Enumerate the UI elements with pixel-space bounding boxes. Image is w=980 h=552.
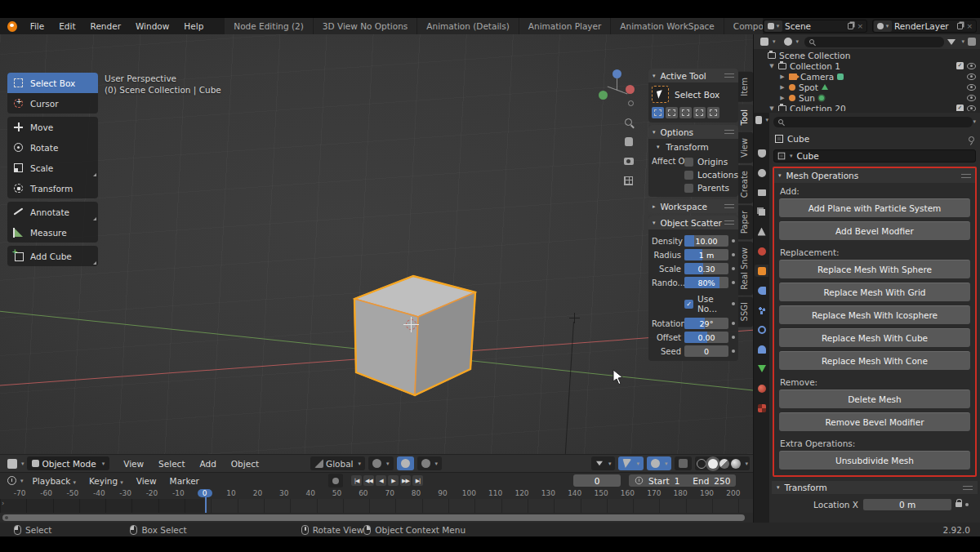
proportional-falloff-dropdown[interactable]: ▾: [417, 456, 443, 470]
pin-icon[interactable]: [969, 136, 974, 142]
xray-toggle[interactable]: [675, 456, 692, 470]
scene-icon[interactable]: ▾: [764, 20, 782, 32]
options-header[interactable]: ▾Options: [648, 125, 738, 139]
camera-view-icon[interactable]: [622, 155, 635, 167]
sidebar-tab[interactable]: Item: [738, 72, 753, 102]
location-x-field[interactable]: 0 m: [863, 499, 951, 510]
end-frame-field[interactable]: 250: [714, 476, 730, 486]
transform-subpanel[interactable]: ▾Transform: [652, 142, 735, 152]
active-tool-header[interactable]: ▾Active Tool: [648, 69, 738, 82]
tool-button[interactable]: Cursor: [7, 93, 98, 114]
properties-tab[interactable]: [755, 167, 768, 179]
value-slider[interactable]: 10.00: [684, 235, 728, 247]
workspace-tab[interactable]: Node Editing (2): [225, 18, 313, 34]
tool-button[interactable]: Add Cube: [7, 246, 98, 266]
object-mode-dropdown[interactable]: Object Mode▾: [27, 456, 110, 470]
lock-icon[interactable]: [956, 502, 962, 507]
disclosure-triangle[interactable]: ▶: [779, 95, 786, 101]
mode-set-icon[interactable]: [652, 107, 664, 118]
animate-dot-icon[interactable]: [732, 349, 735, 353]
affect-checkbox-row[interactable]: Origins: [684, 157, 738, 167]
playhead[interactable]: [205, 497, 207, 513]
outliner-row[interactable]: Scene Collection: [754, 50, 980, 60]
eye-icon[interactable]: [967, 95, 976, 101]
new-scene-icon[interactable]: [848, 23, 853, 29]
properties-search-input[interactable]: [773, 117, 973, 127]
sidebar-tab[interactable]: Real Snow: [738, 242, 753, 296]
properties-tab[interactable]: [755, 186, 768, 198]
outliner-row[interactable]: ▼ Collection 1 ✓: [754, 60, 980, 71]
timeline-menu[interactable]: Playback▾: [26, 476, 82, 486]
gizmo-z-axis[interactable]: [612, 69, 621, 78]
mesh-operations-header[interactable]: ▾Mesh Operations: [774, 168, 975, 183]
animate-dot-icon[interactable]: [965, 503, 969, 506]
viewport-menu[interactable]: Add: [193, 459, 224, 469]
outliner-search-input[interactable]: [804, 37, 944, 47]
viewport-menu[interactable]: Select: [151, 459, 192, 469]
operator-button[interactable]: Remove Bevel Modifier: [779, 412, 970, 431]
object-name-field[interactable]: ▾ Cube: [773, 149, 976, 162]
properties-options-icon[interactable]: ▾: [973, 118, 976, 125]
collection-checkbox[interactable]: ✓: [956, 62, 964, 69]
outliner-filter-mode[interactable]: ▾: [782, 38, 802, 46]
timeline-ruler[interactable]: -70-60-50-40-30-20-100102030405060708090…: [0, 488, 753, 499]
checkbox-icon[interactable]: [684, 158, 693, 167]
tool-button[interactable]: Rotate: [7, 137, 98, 158]
tool-button[interactable]: Measure: [7, 222, 98, 243]
workspace-tab[interactable]: 3D View No Options: [314, 18, 417, 34]
outliner-display-mode[interactable]: ▾: [758, 38, 778, 46]
outliner-row[interactable]: ▶ Camera: [754, 71, 980, 82]
properties-tab[interactable]: [755, 304, 768, 316]
animate-dot-icon[interactable]: [732, 322, 735, 325]
properties-tab[interactable]: [755, 206, 768, 218]
sidebar-tab[interactable]: Tool: [738, 104, 753, 131]
spot-lamp-object[interactable]: [569, 313, 580, 323]
tool-button[interactable]: Move: [7, 117, 98, 137]
operator-button[interactable]: Replace Mesh With Cube: [779, 328, 970, 347]
disclosure-triangle[interactable]: ▶: [779, 84, 786, 91]
tool-button[interactable]: Select Box: [7, 73, 98, 93]
shading-wireframe-icon[interactable]: [697, 459, 706, 469]
collection-checkbox[interactable]: ✓: [956, 105, 964, 111]
current-frame-field[interactable]: 0: [573, 474, 621, 487]
affect-checkbox-row[interactable]: Locations: [684, 170, 738, 180]
timeline-track-area[interactable]: [0, 499, 753, 513]
eye-icon[interactable]: [967, 63, 976, 69]
sidebar-tab[interactable]: Create: [738, 165, 753, 203]
checkbox-icon[interactable]: [684, 184, 693, 193]
value-slider[interactable]: 1 m: [684, 249, 728, 260]
workspace-tab[interactable]: Compositing: [724, 18, 763, 34]
overlays-toggle[interactable]: ▾: [647, 456, 672, 470]
playback-button[interactable]: ▶: [388, 475, 399, 486]
disclosure-triangle[interactable]: ▼: [768, 63, 775, 69]
sidebar-tab[interactable]: View: [738, 132, 753, 163]
viewport-menu[interactable]: View: [116, 459, 151, 469]
new-layer-icon[interactable]: [957, 23, 963, 29]
shading-solid-icon[interactable]: [708, 459, 718, 469]
timeline-menu[interactable]: Marker: [163, 476, 206, 486]
animate-dot-icon[interactable]: [732, 281, 735, 284]
menu-item[interactable]: Help: [177, 18, 210, 34]
mode-extend-icon[interactable]: [666, 107, 678, 118]
properties-tab[interactable]: [755, 284, 768, 296]
start-frame-field[interactable]: 1: [675, 476, 680, 486]
shading-rendered-icon[interactable]: [731, 459, 741, 469]
checkbox-checked-icon[interactable]: ✓: [684, 300, 693, 309]
gizmos-toggle[interactable]: ▾: [618, 456, 644, 470]
outliner-row[interactable]: ▶ Sun: [754, 92, 980, 103]
operator-button[interactable]: Replace Mesh With Icosphere: [779, 305, 970, 324]
playback-button[interactable]: ◀: [376, 475, 386, 486]
menu-item[interactable]: Window: [129, 18, 176, 34]
filter-funnel-icon[interactable]: [947, 39, 956, 45]
properties-tab[interactable]: [755, 225, 768, 238]
value-slider[interactable]: 0.00: [684, 332, 728, 343]
gizmo-x-axis[interactable]: [626, 85, 635, 94]
operator-button[interactable]: Replace Mesh With Sphere: [779, 260, 970, 278]
tool-button[interactable]: Annotate: [7, 202, 98, 222]
properties-editor-selector[interactable]: ▾: [754, 113, 769, 129]
value-slider[interactable]: 80%: [684, 277, 728, 288]
properties-tab[interactable]: [755, 343, 768, 355]
properties-tab[interactable]: [755, 382, 768, 394]
playback-button[interactable]: |◀: [351, 475, 362, 486]
use-normal-checkbox[interactable]: ✓ Use No...: [684, 294, 728, 314]
